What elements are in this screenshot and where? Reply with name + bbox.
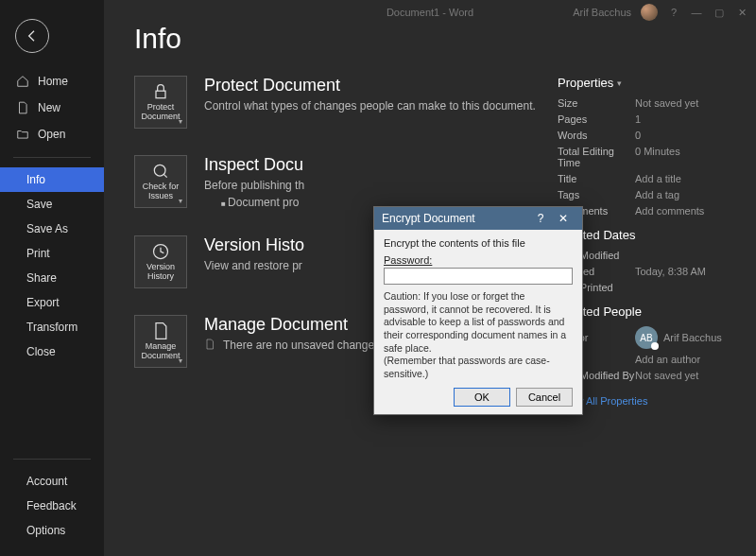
tile-label: ProtectDocument	[141, 103, 180, 122]
divider	[13, 157, 91, 158]
nav-label: Account	[26, 475, 67, 488]
nav-label: Options	[26, 524, 65, 537]
cancel-button[interactable]: Cancel	[516, 388, 573, 407]
section-desc: Control what types of changes people can…	[204, 99, 536, 113]
nav-open[interactable]: Open	[0, 121, 104, 148]
nav-save[interactable]: Save	[0, 192, 104, 217]
nav-label: Feedback	[26, 499, 77, 513]
prop-key: Title	[558, 173, 635, 184]
page-title: Info	[134, 23, 737, 55]
presence-dot-icon	[651, 342, 659, 350]
prop-key: Words	[558, 130, 635, 141]
add-tag[interactable]: Add a tag	[635, 189, 737, 200]
properties-header[interactable]: Properties▾	[558, 76, 737, 90]
tile-label: VersionHistory	[146, 263, 175, 282]
dialog-caution: Caution: If you lose or forget the passw…	[384, 290, 573, 380]
nav-transform[interactable]: Transform	[0, 315, 104, 339]
prop-key: Pages	[558, 113, 635, 125]
user-avatar-icon[interactable]	[641, 4, 658, 21]
avatar: AB	[635, 326, 658, 349]
back-button[interactable]	[15, 19, 49, 53]
related-dates-header: Related Dates	[558, 228, 737, 242]
nav-label: Save As	[26, 222, 68, 235]
add-comments[interactable]: Add comments	[635, 205, 737, 217]
dialog-instruction: Encrypt the contents of this file	[384, 237, 573, 249]
maximize-icon[interactable]: ▢	[713, 7, 726, 19]
user-name[interactable]: Arif Bacchus	[573, 7, 631, 18]
nav-label: Share	[26, 271, 57, 285]
nav-label: Open	[38, 128, 65, 141]
divider	[13, 459, 91, 460]
prop-value: Not saved yet	[635, 97, 737, 109]
close-icon[interactable]: ✕	[735, 7, 748, 19]
nav-label: Transform	[26, 321, 77, 334]
chevron-down-icon: ▾	[179, 356, 182, 365]
document-icon	[15, 100, 30, 115]
nav-info[interactable]: Info	[0, 167, 104, 192]
dialog-close-icon[interactable]: ✕	[552, 212, 575, 225]
nav-export[interactable]: Export	[0, 290, 104, 315]
nav-print[interactable]: Print	[0, 241, 104, 266]
main-content: Document1 - Word Arif Bacchus ? — ▢ ✕ In…	[104, 0, 756, 556]
prop-value: 1	[635, 113, 737, 125]
protect-document-tile[interactable]: ProtectDocument ▾	[134, 76, 187, 129]
history-icon	[151, 242, 170, 261]
section-desc: There are no unsaved changes.	[204, 339, 383, 353]
password-input[interactable]	[384, 268, 573, 285]
prop-value: 0 Minutes	[635, 146, 737, 168]
dialog-title: Encrypt Document	[382, 212, 529, 225]
nav-close[interactable]: Close	[0, 339, 104, 364]
prop-value: Not saved yet	[635, 370, 737, 381]
nav-home[interactable]: Home	[0, 68, 104, 95]
nav-feedback[interactable]: Feedback	[0, 494, 104, 518]
nav-label: Export	[26, 296, 60, 309]
svg-point-1	[154, 165, 165, 176]
section-bullet: Document pro	[221, 196, 304, 209]
nav-new[interactable]: New	[0, 95, 104, 121]
properties-pane: Properties▾ SizeNot saved yet Pages1 Wor…	[558, 76, 737, 408]
chevron-down-icon: ▾	[617, 78, 622, 88]
nav-label: Print	[26, 247, 50, 260]
password-label: Password:	[384, 254, 573, 266]
section-desc: Before publishing th	[204, 179, 304, 192]
section-inspect: Check forIssues ▾ Inspect Docu Before pu…	[134, 155, 537, 209]
manage-document-tile[interactable]: ManageDocument ▾	[134, 315, 187, 368]
help-icon[interactable]: ?	[667, 7, 680, 18]
nav-label: Info	[26, 173, 45, 186]
lock-icon	[151, 82, 170, 101]
prop-key: Tags	[558, 189, 635, 200]
app-name: Word	[449, 7, 473, 18]
prop-key: Size	[558, 97, 635, 109]
nav-share[interactable]: Share	[0, 266, 104, 290]
folder-open-icon	[15, 127, 30, 142]
inspect-icon	[151, 162, 170, 181]
add-title[interactable]: Add a title	[635, 173, 737, 184]
home-icon	[15, 74, 30, 89]
version-history-tile[interactable]: VersionHistory	[134, 235, 187, 288]
tile-label: ManageDocument	[141, 342, 180, 361]
add-author[interactable]: Add an author	[635, 354, 737, 365]
section-title: Version Histo	[204, 235, 304, 255]
nav-account[interactable]: Account	[0, 469, 104, 494]
chevron-down-icon: ▾	[179, 197, 182, 205]
prop-key: Total Editing Time	[558, 146, 635, 168]
prop-value: Today, 8:38 AM	[635, 266, 737, 277]
nav-label: Close	[26, 345, 56, 358]
author-value[interactable]: AB Arif Bacchus	[635, 326, 737, 349]
section-title: Inspect Docu	[204, 155, 304, 175]
arrow-left-icon	[25, 28, 40, 43]
dialog-titlebar[interactable]: Encrypt Document ? ✕	[374, 207, 582, 230]
section-desc: View and restore pr	[204, 259, 304, 272]
nav-options[interactable]: Options	[0, 518, 104, 543]
ok-button[interactable]: OK	[454, 388, 510, 407]
document-manage-icon	[151, 321, 170, 340]
chevron-down-icon: ▾	[179, 117, 182, 126]
nav-label: Home	[38, 75, 68, 88]
minimize-icon[interactable]: —	[690, 7, 703, 18]
prop-value	[635, 250, 737, 261]
check-issues-tile[interactable]: Check forIssues ▾	[134, 155, 187, 208]
nav-save-as[interactable]: Save As	[0, 217, 104, 241]
section-protect: ProtectDocument ▾ Protect Document Contr…	[134, 76, 537, 129]
dialog-help-icon[interactable]: ?	[529, 212, 552, 225]
related-people-header: Related People	[558, 304, 737, 319]
